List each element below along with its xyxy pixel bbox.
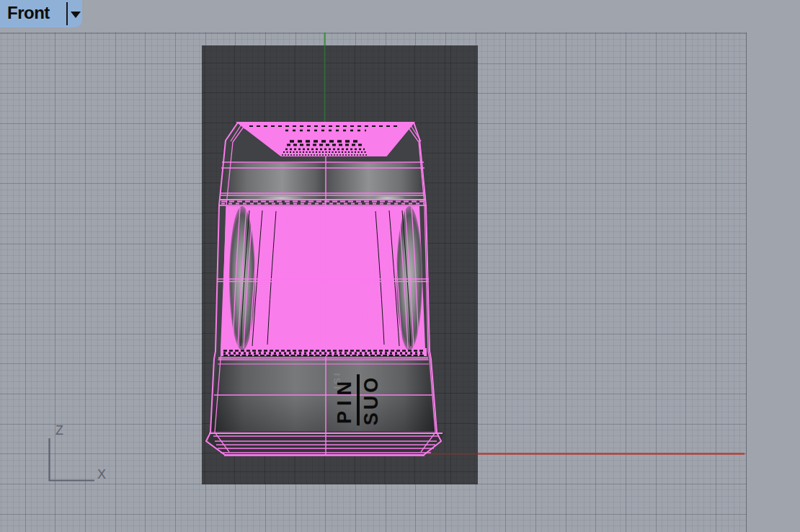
model-logo-line1: PIN (335, 375, 360, 426)
rhino-front-viewport: ISI PIN SUO Z X Front (0, 0, 800, 532)
viewport-title-label[interactable]: Front (7, 3, 50, 23)
model-logo-line2: SUO (360, 375, 381, 426)
axis-x-label: X (97, 467, 106, 482)
viewport-canvas (0, 0, 800, 532)
model-logo-text[interactable]: PIN SUO (335, 375, 381, 426)
viewport-menu-dropdown-icon[interactable] (71, 12, 81, 18)
axis-z-label: Z (55, 423, 63, 438)
viewport-tab-separator (66, 2, 68, 25)
viewport-title-tab[interactable]: Front (0, 0, 82, 27)
axis-gizmo-lines (43, 433, 101, 487)
